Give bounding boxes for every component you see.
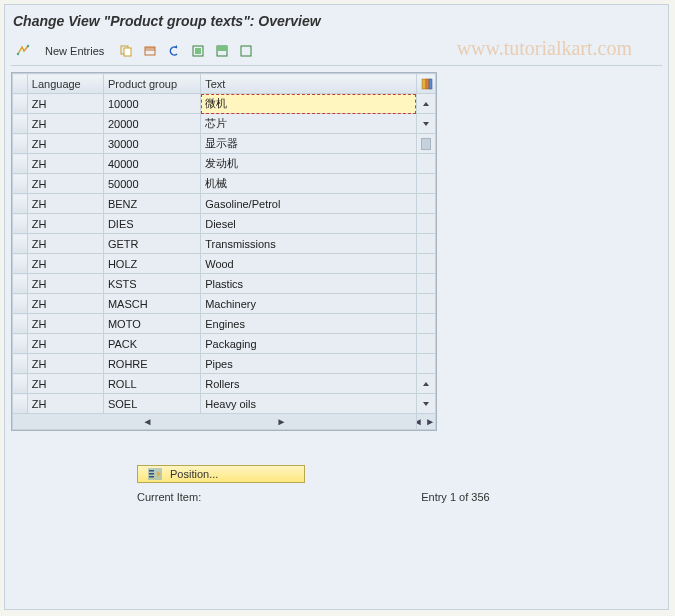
cell-product-group[interactable]: 40000 (103, 154, 200, 174)
select-all-header[interactable] (13, 74, 28, 94)
vertical-scrollbar-track[interactable] (416, 314, 435, 334)
cell-language[interactable]: ZH (27, 214, 103, 234)
cell-product-group[interactable]: 20000 (103, 114, 200, 134)
cell-product-group[interactable]: ROHRE (103, 354, 200, 374)
row-selector[interactable] (13, 94, 28, 114)
cell-language[interactable]: ZH (27, 234, 103, 254)
undo-icon[interactable] (164, 41, 184, 61)
cell-language[interactable]: ZH (27, 334, 103, 354)
cell-text[interactable]: Heavy oils (201, 394, 417, 414)
cell-language[interactable]: ZH (27, 314, 103, 334)
cell-language[interactable]: ZH (27, 134, 103, 154)
cell-product-group[interactable]: GETR (103, 234, 200, 254)
vertical-scrollbar-track[interactable] (416, 134, 435, 154)
scroll-down-icon[interactable] (417, 394, 435, 413)
cell-text[interactable]: Wood (201, 254, 417, 274)
vertical-scrollbar-track[interactable] (416, 394, 435, 414)
cell-product-group[interactable]: SOEL (103, 394, 200, 414)
vertical-scrollbar-track[interactable] (416, 294, 435, 314)
cell-product-group[interactable]: ROLL (103, 374, 200, 394)
vertical-scrollbar-track[interactable] (416, 254, 435, 274)
row-selector[interactable] (13, 154, 28, 174)
cell-text[interactable]: Machinery (201, 294, 417, 314)
cell-language[interactable]: ZH (27, 374, 103, 394)
row-selector[interactable] (13, 294, 28, 314)
column-header-product-group[interactable]: Product group (103, 74, 200, 94)
cell-text[interactable]: Engines (201, 314, 417, 334)
cell-language[interactable]: ZH (27, 394, 103, 414)
cell-product-group[interactable]: KSTS (103, 274, 200, 294)
vertical-scrollbar-track[interactable] (416, 194, 435, 214)
cell-text[interactable]: Pipes (201, 354, 417, 374)
column-header-language[interactable]: Language (27, 74, 103, 94)
vertical-scrollbar-track[interactable] (416, 94, 435, 114)
cell-language[interactable]: ZH (27, 254, 103, 274)
cell-text[interactable]: 显示器 (201, 134, 417, 154)
row-selector[interactable] (13, 314, 28, 334)
select-all-icon[interactable] (188, 41, 208, 61)
row-selector[interactable] (13, 214, 28, 234)
scroll-right-icon[interactable]: ► (274, 415, 288, 429)
vertical-scrollbar-track[interactable] (416, 374, 435, 394)
position-button[interactable]: Position... (137, 465, 305, 483)
cell-product-group[interactable]: 10000 (103, 94, 200, 114)
vertical-scrollbar-track[interactable] (416, 154, 435, 174)
cell-language[interactable]: ZH (27, 294, 103, 314)
cell-text[interactable]: Gasoline/Petrol (201, 194, 417, 214)
deselect-icon[interactable] (236, 41, 256, 61)
vertical-scrollbar-track[interactable] (416, 274, 435, 294)
vertical-scrollbar-track[interactable] (416, 174, 435, 194)
cell-text[interactable]: Plastics (201, 274, 417, 294)
row-selector[interactable] (13, 354, 28, 374)
table-config-icon[interactable] (416, 74, 435, 94)
cell-text[interactable]: Rollers (201, 374, 417, 394)
scrollbar-thumb[interactable] (421, 138, 431, 150)
cell-text[interactable]: Transmissions (201, 234, 417, 254)
row-selector[interactable] (13, 374, 28, 394)
vertical-scrollbar-track[interactable] (416, 334, 435, 354)
scroll-down-step-icon[interactable] (417, 114, 435, 133)
column-header-text[interactable]: Text (201, 74, 417, 94)
cell-product-group[interactable]: 30000 (103, 134, 200, 154)
cell-product-group[interactable]: MOTO (103, 314, 200, 334)
vertical-scrollbar-track[interactable] (416, 354, 435, 374)
cell-product-group[interactable]: DIES (103, 214, 200, 234)
cell-language[interactable]: ZH (27, 174, 103, 194)
vertical-scrollbar-track[interactable] (416, 234, 435, 254)
cell-text[interactable]: 微机 (201, 94, 417, 114)
scroll-up-step-icon[interactable] (417, 374, 435, 393)
row-selector[interactable] (13, 394, 28, 414)
cell-text[interactable]: 芯片 (201, 114, 417, 134)
row-selector[interactable] (13, 114, 28, 134)
cell-language[interactable]: ZH (27, 194, 103, 214)
vertical-scrollbar-track[interactable] (416, 214, 435, 234)
cell-product-group[interactable]: MASCH (103, 294, 200, 314)
cell-product-group[interactable]: BENZ (103, 194, 200, 214)
cell-language[interactable]: ZH (27, 354, 103, 374)
cell-language[interactable]: ZH (27, 274, 103, 294)
cell-product-group[interactable]: 50000 (103, 174, 200, 194)
cell-language[interactable]: ZH (27, 94, 103, 114)
select-block-icon[interactable] (212, 41, 232, 61)
scroll-up-icon[interactable] (417, 94, 435, 113)
cell-text[interactable]: Diesel (201, 214, 417, 234)
row-selector[interactable] (13, 274, 28, 294)
cell-text[interactable]: 机械 (201, 174, 417, 194)
cell-language[interactable]: ZH (27, 154, 103, 174)
cell-language[interactable]: ZH (27, 114, 103, 134)
cell-product-group[interactable]: PACK (103, 334, 200, 354)
row-selector[interactable] (13, 194, 28, 214)
cell-product-group[interactable]: HOLZ (103, 254, 200, 274)
row-selector[interactable] (13, 234, 28, 254)
new-entries-button[interactable]: New Entries (37, 43, 112, 59)
row-selector[interactable] (13, 334, 28, 354)
scroll-left-icon[interactable]: ◄ (140, 415, 154, 429)
delimit-icon[interactable] (140, 41, 160, 61)
cell-text[interactable]: Packaging (201, 334, 417, 354)
cell-text[interactable]: 发动机 (201, 154, 417, 174)
vertical-scrollbar-track[interactable] (416, 114, 435, 134)
row-selector[interactable] (13, 174, 28, 194)
row-selector[interactable] (13, 254, 28, 274)
toggle-icon[interactable] (13, 41, 33, 61)
copy-icon[interactable] (116, 41, 136, 61)
